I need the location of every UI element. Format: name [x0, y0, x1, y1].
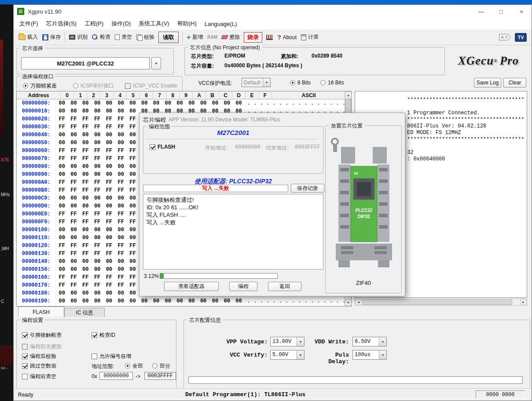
hex-byte-cell[interactable]: 00: [56, 139, 68, 147]
hex-byte-cell[interactable]: 00: [92, 194, 103, 202]
hex-byte-cell[interactable]: FF: [127, 147, 139, 155]
hex-byte-cell[interactable]: 00: [56, 266, 68, 273]
socket-pins-button[interactable]: [264, 35, 275, 40]
save-record-button[interactable]: 保存记录: [291, 184, 324, 193]
bits16-radio[interactable]: 16 Bits: [320, 79, 344, 86]
hex-byte-cell[interactable]: FF: [92, 281, 103, 289]
hex-byte-cell[interactable]: 00: [56, 107, 68, 115]
hex-byte-cell[interactable]: 00: [68, 139, 80, 147]
hex-byte-cell[interactable]: 00: [186, 99, 198, 107]
hex-byte-cell[interactable]: FF: [103, 273, 115, 281]
hex-byte-cell[interactable]: FF: [115, 250, 127, 258]
flash-checkbox[interactable]: FLASH: [150, 143, 175, 150]
hex-byte-cell[interactable]: 00: [68, 99, 80, 107]
hex-byte-cell[interactable]: 00: [127, 258, 139, 266]
hex-byte-cell[interactable]: 00: [68, 226, 80, 234]
pin-check-checkbox[interactable]: 引脚接触检查: [22, 332, 62, 339]
hex-byte-cell[interactable]: 00: [209, 297, 221, 305]
hex-byte-cell[interactable]: 00: [233, 297, 245, 305]
hex-byte-cell[interactable]: 00: [68, 131, 80, 139]
save-log-button[interactable]: Save Log: [474, 78, 501, 87]
scroll-right-arrow[interactable]: ►: [520, 299, 527, 305]
close-button[interactable]: ×: [511, 5, 532, 18]
minimize-button[interactable]: —: [471, 5, 491, 18]
hex-byte-cell[interactable]: FF: [80, 147, 92, 155]
hex-byte-cell[interactable]: FF: [115, 281, 127, 289]
dialog-program-button[interactable]: 编程: [229, 282, 257, 291]
hex-byte-cell[interactable]: FF: [127, 273, 139, 281]
socket-interface-radio[interactable]: 万能锁紧座: [23, 82, 57, 89]
hex-byte-cell[interactable]: FF: [80, 250, 92, 258]
hex-byte-cell[interactable]: FF: [68, 242, 80, 250]
hex-byte-cell[interactable]: 00: [68, 163, 80, 171]
hex-byte-cell[interactable]: 00: [92, 202, 103, 210]
hex-byte-cell[interactable]: FF: [56, 155, 68, 163]
hex-byte-cell[interactable]: 00: [174, 99, 186, 107]
hex-byte-cell[interactable]: FF: [68, 179, 80, 186]
hex-byte-cell[interactable]: 00: [115, 131, 127, 139]
hex-byte-cell[interactable]: FF: [103, 210, 115, 218]
scroll-left-arrow[interactable]: ◄: [355, 299, 362, 305]
range-part-radio[interactable]: 部分: [152, 362, 170, 369]
hex-byte-cell[interactable]: 00: [92, 99, 103, 107]
hex-byte-cell[interactable]: FF: [56, 147, 68, 155]
hex-byte-cell[interactable]: 00: [92, 107, 103, 115]
scroll-up-arrow[interactable]: ▲: [345, 91, 352, 98]
hex-byte-cell[interactable]: 00: [80, 234, 92, 242]
hex-byte-cell[interactable]: FF: [68, 123, 80, 131]
hex-byte-cell[interactable]: 00: [80, 131, 92, 139]
hex-byte-cell[interactable]: FF: [127, 155, 139, 163]
hex-byte-cell[interactable]: 00: [92, 289, 103, 297]
hex-byte-cell[interactable]: FF: [68, 218, 80, 226]
program-button[interactable]: 烧录: [244, 32, 262, 43]
hex-byte-cell[interactable]: 00: [115, 163, 127, 171]
blank-before-checkbox[interactable]: 编程前查空: [22, 373, 56, 380]
hex-byte-cell[interactable]: FF: [115, 179, 127, 186]
hex-byte-cell[interactable]: FF: [103, 147, 115, 155]
hex-byte-cell[interactable]: FF: [68, 186, 80, 194]
hex-byte-cell[interactable]: FF: [80, 155, 92, 163]
clear-button[interactable]: Clear: [503, 78, 526, 87]
tv-button[interactable]: TV: [513, 33, 529, 42]
hex-byte-cell[interactable]: FF: [92, 273, 103, 281]
hex-byte-cell[interactable]: 00: [115, 194, 127, 202]
hex-byte-cell[interactable]: FF: [68, 250, 80, 258]
hex-byte-cell[interactable]: 00: [80, 297, 92, 305]
hex-byte-cell[interactable]: 00: [115, 171, 127, 179]
tab-flash[interactable]: FLASH: [18, 306, 64, 317]
hex-byte-cell[interactable]: FF: [56, 218, 68, 226]
hex-byte-cell[interactable]: 00: [103, 202, 115, 210]
hex-byte-cell[interactable]: 00: [115, 266, 127, 273]
hex-byte-cell[interactable]: 00: [115, 234, 127, 242]
hex-byte-cell[interactable]: 00: [68, 234, 80, 242]
hex-byte-cell[interactable]: 00: [127, 163, 139, 171]
hex-byte-cell[interactable]: FF: [115, 155, 127, 163]
add-button[interactable]: + 新增: [184, 33, 205, 41]
check-button[interactable]: 检查: [90, 33, 113, 41]
hex-byte-cell[interactable]: 00: [56, 202, 68, 210]
range-end-input[interactable]: 0003FFFF: [144, 372, 176, 380]
hex-byte-cell[interactable]: 00: [68, 107, 80, 115]
hex-byte-cell[interactable]: FF: [127, 242, 139, 250]
hex-byte-cell[interactable]: FF: [115, 115, 127, 123]
chip-select-value[interactable]: M27C2001 @PLCC32: [21, 57, 150, 69]
hex-byte-cell[interactable]: 00: [92, 266, 103, 273]
hex-byte-cell[interactable]: FF: [92, 250, 103, 258]
hex-byte-cell[interactable]: 00: [186, 297, 198, 305]
icsp-vcc-checkbox[interactable]: ICSP_VCC Enable: [125, 82, 177, 89]
hex-byte-cell[interactable]: 00: [92, 163, 103, 171]
hex-byte-cell[interactable]: 00: [127, 289, 139, 297]
hex-byte-cell[interactable]: FF: [68, 147, 80, 155]
hex-byte-cell[interactable]: 00: [103, 99, 115, 107]
hex-byte-cell[interactable]: 00: [80, 171, 92, 179]
hex-byte-cell[interactable]: 00: [198, 99, 209, 107]
hex-byte-cell[interactable]: FF: [92, 210, 103, 218]
vcc-verify-combo[interactable]: 5.00V ▼: [270, 350, 305, 360]
hex-byte-cell[interactable]: 00: [198, 297, 209, 305]
hex-byte-cell[interactable]: 00: [56, 258, 68, 266]
ram-button[interactable]: RAM: [205, 35, 220, 40]
menu-item[interactable]: Language(L): [201, 21, 241, 27]
check-id-checkbox[interactable]: 检查ID: [92, 332, 115, 339]
erase-button[interactable]: 擦除: [220, 33, 242, 41]
hex-byte-cell[interactable]: 00: [56, 289, 68, 297]
